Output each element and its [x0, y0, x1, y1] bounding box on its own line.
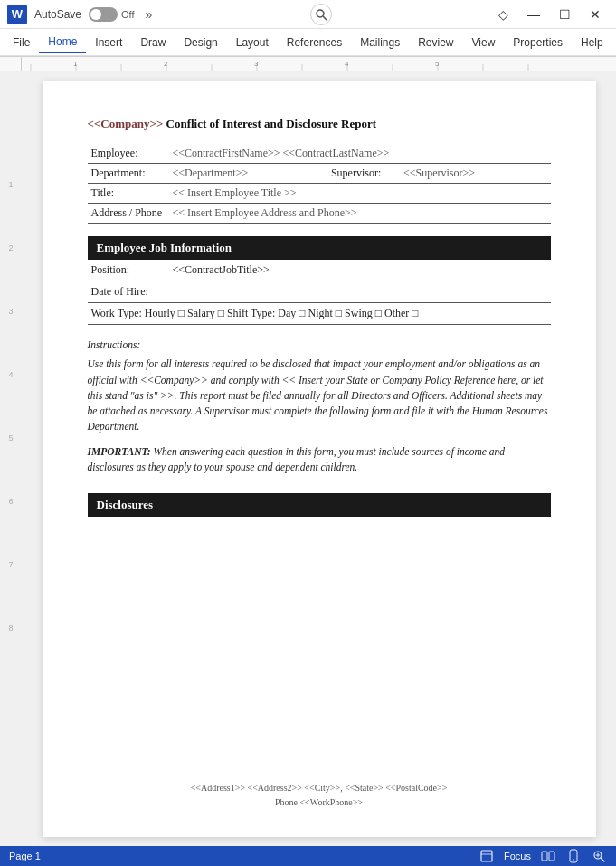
- instructions-label: Instructions:: [88, 339, 141, 350]
- main-area: 1 2 3 4 5 6 7 8 <<Company>> Conflict of …: [0, 71, 616, 846]
- page-count-label: Page 1: [9, 851, 41, 861]
- ruler-area: 1 2 3 4 5: [0, 57, 616, 71]
- tab-layout[interactable]: Layout: [227, 33, 278, 52]
- left-margin: 1 2 3 4 5 6 7 8: [0, 71, 22, 846]
- page-footer: <<Address1>> <<Address2>> <<City>>, <<St…: [43, 781, 596, 810]
- department-value: <<Department>>: [169, 164, 327, 184]
- svg-rect-24: [549, 852, 554, 861]
- layout-icon[interactable]: [540, 848, 556, 864]
- page-view-icon[interactable]: [479, 848, 495, 864]
- document-title: <<Company>> Conflict of Interest and Dis…: [88, 117, 551, 131]
- employee-info-table: Employee: <<ContractFirstName>> <<Contra…: [88, 144, 551, 224]
- disclosures-section-header: Disclosures: [88, 493, 551, 517]
- window-controls: ◇ — ☐ ✕: [489, 5, 609, 24]
- doc-area: <<Company>> Conflict of Interest and Dis…: [22, 71, 616, 846]
- diamond-icon[interactable]: ◇: [489, 5, 516, 24]
- svg-text:1: 1: [73, 60, 78, 68]
- important-label: IMPORTANT:: [88, 446, 151, 457]
- tab-insert[interactable]: Insert: [86, 33, 131, 52]
- instructions-heading: Instructions:: [88, 338, 551, 353]
- address-phone-label: Address / Phone: [88, 204, 169, 224]
- title-label: Title:: [88, 184, 169, 204]
- footer-phone: Phone <<WorkPhone>>: [43, 795, 596, 810]
- titlebar: W AutoSave Off » ◇ — ☐ ✕: [0, 0, 616, 29]
- close-button[interactable]: ✕: [582, 5, 609, 24]
- title-row: Title: << Insert Employee Title >>: [88, 184, 551, 204]
- position-label: Position:: [88, 260, 169, 281]
- svg-point-0: [317, 10, 324, 17]
- svg-text:4: 4: [345, 60, 349, 68]
- focus-label[interactable]: Focus: [504, 851, 531, 861]
- ribbon-tab-bar: File Home Insert Draw Design Layout Refe…: [0, 29, 616, 56]
- margin-num-3: 3: [8, 307, 13, 316]
- toggle-label: Off: [121, 9, 134, 20]
- svg-rect-25: [570, 850, 577, 862]
- tab-review[interactable]: Review: [409, 33, 462, 52]
- svg-line-28: [602, 859, 605, 862]
- margin-num-4: 4: [8, 370, 13, 379]
- svg-text:2: 2: [164, 60, 168, 68]
- job-info-table: Position: <<ContractJobTitle>> Date of H…: [88, 260, 551, 325]
- quick-access-extra[interactable]: »: [146, 7, 153, 22]
- margin-num-6: 6: [8, 497, 13, 506]
- svg-rect-23: [542, 852, 547, 861]
- margin-num-2: 2: [8, 243, 13, 252]
- margin-num-7: 7: [8, 560, 13, 569]
- department-label: Department:: [88, 164, 169, 184]
- tab-view[interactable]: View: [463, 33, 505, 52]
- supervisor-value: <<Supervisor>>: [400, 164, 551, 184]
- tab-draw[interactable]: Draw: [131, 33, 175, 52]
- tab-home[interactable]: Home: [39, 32, 86, 53]
- tab-file[interactable]: File: [4, 33, 39, 52]
- hire-date-value: [169, 281, 551, 303]
- worktype-row: Work Type: Hourly □ Salary □ Shift Type:…: [88, 303, 551, 325]
- toggle-switch[interactable]: [89, 7, 118, 22]
- ribbon: File Home Insert Draw Design Layout Refe…: [0, 29, 616, 57]
- zoom-icon[interactable]: [591, 848, 607, 864]
- department-row: Department: <<Department>> Supervisor: <…: [88, 164, 551, 184]
- instructions-body: Use this form for all interests required…: [88, 357, 551, 434]
- tab-properties[interactable]: Properties: [504, 33, 572, 52]
- employee-label: Employee:: [88, 144, 169, 164]
- mobile-layout-icon[interactable]: [565, 848, 582, 864]
- hire-date-label: Date of Hire:: [88, 281, 169, 303]
- address-row: Address / Phone << Insert Employee Addre…: [88, 204, 551, 224]
- margin-num-5: 5: [8, 433, 13, 443]
- important-block: IMPORTANT: When answering each question …: [88, 444, 551, 476]
- ruler-corner: [0, 57, 22, 71]
- company-brand: <<Company>>: [88, 117, 164, 130]
- margin-num-1: 1: [8, 180, 13, 189]
- supervisor-label: Supervisor:: [327, 164, 400, 184]
- title-value: << Insert Employee Title >>: [169, 184, 551, 204]
- maximize-button[interactable]: ☐: [551, 5, 578, 24]
- app-logo: W: [7, 5, 27, 24]
- minimize-button[interactable]: —: [520, 5, 547, 24]
- job-section-header: Employee Job Information: [88, 236, 551, 260]
- statusbar-left: Page 1: [9, 851, 41, 861]
- important-body: When answering each question in this for…: [88, 446, 506, 472]
- horizontal-ruler: 1 2 3 4 5: [22, 57, 616, 71]
- tab-acrobat[interactable]: Acrobat: [612, 33, 616, 52]
- tab-design[interactable]: Design: [175, 33, 226, 52]
- worktype-value: Work Type: Hourly □ Salary □ Shift Type:…: [88, 303, 551, 325]
- statusbar: Page 1 Focus: [0, 846, 616, 866]
- employee-row: Employee: <<ContractFirstName>> <<Contra…: [88, 144, 551, 164]
- tab-help[interactable]: Help: [572, 33, 612, 52]
- search-button[interactable]: [310, 4, 332, 25]
- svg-rect-3: [22, 57, 616, 71]
- document-page[interactable]: <<Company>> Conflict of Interest and Dis…: [43, 81, 596, 837]
- svg-text:3: 3: [254, 60, 259, 68]
- address-phone-value: << Insert Employee Address and Phone>>: [169, 204, 551, 224]
- svg-point-26: [573, 859, 574, 861]
- position-value: <<ContractJobTitle>>: [169, 260, 551, 281]
- hire-date-row: Date of Hire:: [88, 281, 551, 303]
- instructions-block: Instructions: Use this form for all inte…: [88, 338, 551, 475]
- tab-references[interactable]: References: [278, 33, 351, 52]
- position-row: Position: <<ContractJobTitle>>: [88, 260, 551, 281]
- autosave-toggle[interactable]: Off: [89, 7, 134, 22]
- footer-address: <<Address1>> <<Address2>> <<City>>, <<St…: [43, 781, 596, 795]
- titlebar-center: [159, 4, 482, 25]
- title-rest: Conflict of Interest and Disclosure Repo…: [163, 117, 376, 130]
- tab-mailings[interactable]: Mailings: [351, 33, 409, 52]
- svg-line-1: [323, 16, 327, 20]
